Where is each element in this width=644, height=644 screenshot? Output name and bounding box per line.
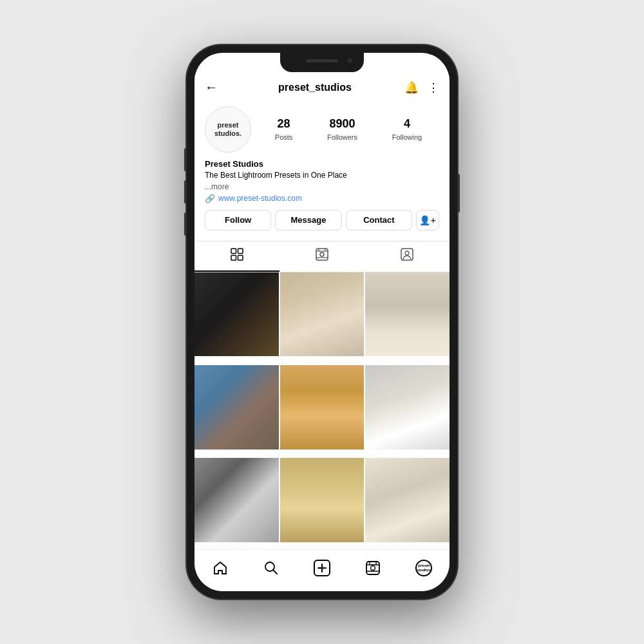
notch: [280, 53, 364, 72]
svg-rect-2: [231, 255, 236, 260]
camera: [347, 58, 352, 63]
tabs: [194, 241, 450, 272]
profile-avatar-nav: presetstudios: [415, 560, 432, 576]
followers-label: Followers: [327, 133, 357, 141]
svg-rect-1: [238, 249, 243, 254]
stats-row: 28 Posts 8900 Followers 4 Following: [258, 117, 439, 142]
reels-nav-item[interactable]: [361, 556, 384, 580]
follow-button[interactable]: Follow: [205, 210, 271, 231]
phone-screen: ← preset_studios 🔔 ⋮ preset studios.: [194, 53, 450, 591]
avatar[interactable]: preset studios.: [205, 106, 251, 153]
svg-point-11: [405, 251, 409, 255]
message-button[interactable]: Message: [275, 210, 341, 231]
bottom-nav: presetstudios: [194, 549, 450, 591]
bell-icon[interactable]: 🔔: [404, 80, 419, 95]
more-link[interactable]: ...more: [205, 182, 439, 191]
home-nav-item[interactable]: [209, 556, 232, 580]
grid-item[interactable]: [194, 272, 279, 357]
website-row: 🔗 www.preset-studios.com: [205, 194, 439, 204]
website-link[interactable]: www.preset-studios.com: [218, 194, 302, 203]
username-title: preset_studios: [225, 82, 404, 93]
add-post-icon: [314, 560, 330, 576]
add-person-button[interactable]: 👤+: [416, 210, 439, 231]
grid-item[interactable]: [365, 272, 450, 357]
scrollable-area: preset studios. 28 Posts 8900 Followers: [194, 100, 450, 549]
menu-dots-icon[interactable]: ⋮: [428, 80, 439, 95]
phone-frame: ← preset_studios 🔔 ⋮ preset studios.: [187, 45, 457, 599]
followers-stat[interactable]: 8900 Followers: [327, 117, 357, 142]
svg-point-17: [371, 566, 375, 571]
profile-info-row: preset studios. 28 Posts 8900 Followers: [205, 106, 439, 153]
svg-rect-16: [366, 562, 379, 574]
grid-item[interactable]: [280, 365, 365, 450]
speaker: [306, 59, 338, 62]
svg-rect-3: [238, 255, 243, 260]
grid-item[interactable]: [365, 458, 450, 542]
posts-stat: 28 Posts: [275, 117, 293, 142]
grid-item[interactable]: [280, 458, 365, 542]
top-bar-icons: 🔔 ⋮: [404, 80, 439, 95]
following-count: 4: [392, 117, 422, 131]
add-person-icon: 👤+: [419, 215, 435, 225]
svg-point-5: [320, 252, 324, 256]
screen-content: ← preset_studios 🔔 ⋮ preset studios.: [194, 72, 450, 591]
followers-count: 8900: [327, 117, 357, 131]
tab-grid[interactable]: [194, 242, 279, 272]
tagged-icon: [401, 248, 413, 264]
posts-label: Posts: [275, 133, 293, 141]
following-stat[interactable]: 4 Following: [392, 117, 422, 142]
grid-item[interactable]: [194, 458, 279, 542]
tab-reels[interactable]: [279, 242, 365, 272]
top-bar: ← preset_studios 🔔 ⋮: [194, 72, 450, 100]
reels-nav-icon: [365, 560, 381, 576]
action-buttons: Follow Message Contact 👤+: [205, 210, 439, 231]
grid-item[interactable]: [280, 272, 365, 357]
tab-tagged[interactable]: [365, 242, 450, 272]
home-icon: [213, 560, 228, 576]
svg-rect-4: [316, 249, 328, 260]
svg-line-13: [273, 571, 277, 574]
search-icon: [263, 560, 279, 576]
grid-icon: [231, 248, 243, 264]
profile-name: Preset Studios: [205, 159, 439, 169]
following-label: Following: [392, 133, 422, 141]
grid-item[interactable]: [365, 365, 450, 450]
svg-rect-0: [231, 249, 236, 254]
profile-section: preset studios. 28 Posts 8900 Followers: [194, 100, 450, 241]
phone-wrapper: ← preset_studios 🔔 ⋮ preset studios.: [187, 45, 457, 599]
grid-item[interactable]: [194, 365, 279, 450]
profile-bio: The Best Lightroom Presets in One Place: [205, 170, 439, 181]
link-icon: 🔗: [205, 194, 215, 204]
posts-count: 28: [275, 117, 293, 131]
search-nav-item[interactable]: [260, 556, 283, 580]
profile-nav-item[interactable]: presetstudios: [412, 556, 435, 580]
reels-icon: [316, 248, 328, 264]
back-button[interactable]: ←: [205, 80, 218, 95]
avatar-text: preset studios.: [205, 121, 251, 138]
photo-grid: [194, 272, 450, 549]
contact-button[interactable]: Contact: [346, 210, 412, 231]
add-nav-item[interactable]: [310, 556, 334, 580]
